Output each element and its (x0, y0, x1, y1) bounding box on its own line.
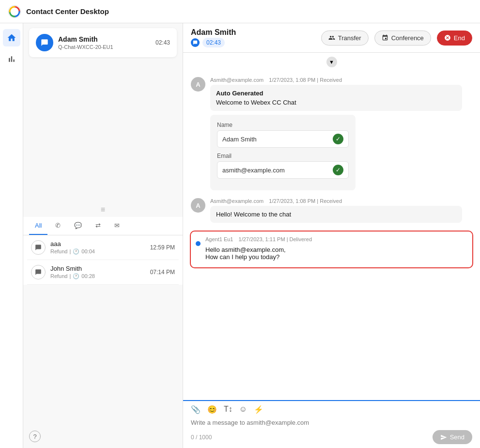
chat-input-bar: 📎 😊 T↕ ☺ ⚡ 0 / 1000 Send (183, 400, 480, 448)
tab-chat[interactable]: 💬 (68, 217, 88, 235)
help-icon[interactable]: ? (29, 431, 41, 442)
form-field-name: Name Adam Smith ✓ (217, 122, 349, 148)
message-input[interactable] (191, 417, 472, 428)
left-nav (0, 23, 23, 448)
drag-handle: ≡ (23, 202, 183, 217)
help-icon-wrap: ? (23, 425, 183, 448)
conference-label: Conference (391, 34, 424, 42)
message-avatar: A (191, 198, 205, 213)
tab-transfer[interactable]: ⇄ (90, 217, 107, 235)
format-icon[interactable]: T↕ (224, 405, 232, 414)
left-panel: Adam Smith Q-Chat-WXCC-20-EU1 02:43 ≡ Al… (23, 23, 183, 448)
chevron-down-icon[interactable]: ▼ (326, 57, 337, 67)
list-item-icon (31, 265, 46, 279)
list-item-meta: Refund | 🕐 00:04 (50, 248, 145, 255)
message-avatar: A (191, 77, 205, 92)
chat-timer: 02:43 (202, 38, 225, 47)
contact-queue: Q-Chat-WXCC-20-EU1 (58, 44, 151, 50)
end-button[interactable]: End (437, 31, 472, 46)
list-item-name: John Smith (50, 265, 145, 272)
message-meta: Agent1 Eu1 1/27/2023, 1:11 PM | Delivere… (205, 236, 467, 242)
chat-messages: A Asmith@example.com 1/27/2023, 1:08 PM … (183, 69, 480, 400)
form-field-email: Email asmith@example.com ✓ (217, 153, 349, 179)
topbar: Contact Center Desktop (0, 0, 480, 23)
tab-all[interactable]: All (29, 217, 47, 235)
agent-dot-icon (196, 241, 201, 246)
message-form: Name Adam Smith ✓ Email asmith@example.c… (210, 115, 356, 190)
agent-message-row: Agent1 Eu1 1/27/2023, 1:11 PM | Delivere… (190, 231, 473, 268)
attach-icon[interactable]: 📎 (191, 405, 201, 414)
char-count: 0 / 1000 (191, 434, 212, 441)
message-bubble: Auto Generated Welcome to Webex CC Chat (210, 85, 462, 111)
list-item-time: 12:59 PM (150, 244, 175, 251)
chat-icon-badge (191, 38, 200, 47)
tab-all-label: All (35, 222, 42, 229)
nav-analytics[interactable] (3, 50, 20, 68)
end-label: End (454, 34, 465, 42)
contact-card-time: 02:43 (155, 39, 170, 46)
nav-home[interactable] (3, 29, 20, 46)
contact-avatar (36, 34, 53, 51)
collapse-section[interactable]: ▼ (183, 57, 480, 67)
message-meta: Asmith@example.com 1/27/2023, 1:08 PM | … (210, 77, 472, 83)
list-item[interactable]: aaa Refund | 🕐 00:04 12:59 PM (27, 235, 179, 260)
chat-header: Adam Smith 02:43 Transfer Conference (183, 23, 480, 53)
tab-email-icon: ✉ (114, 222, 120, 229)
send-label: Send (450, 433, 465, 441)
transfer-button[interactable]: Transfer (321, 31, 369, 46)
list-item-info: John Smith Refund | 🕐 00:28 (50, 265, 145, 279)
message-content: Asmith@example.com 1/27/2023, 1:08 PM | … (210, 77, 472, 190)
message-row: A Asmith@example.com 1/27/2023, 1:08 PM … (191, 77, 472, 190)
clock-icon: 🕐 (73, 273, 79, 279)
contact-info: Adam Smith Q-Chat-WXCC-20-EU1 (58, 35, 151, 50)
message-row: A Asmith@example.com 1/27/2023, 1:08 PM … (191, 198, 472, 223)
chat-panel: Adam Smith 02:43 Transfer Conference (183, 23, 480, 448)
conference-button[interactable]: Conference (374, 31, 431, 46)
list-item-meta: Refund | 🕐 00:28 (50, 273, 145, 279)
tabs-bar: All ✆ 💬 ⇄ ✉ (23, 217, 183, 235)
quick-reply-icon[interactable]: ⚡ (254, 405, 263, 414)
contact-list: aaa Refund | 🕐 00:04 12:59 PM John Smith (23, 235, 183, 285)
list-item[interactable]: John Smith Refund | 🕐 00:28 07:14 PM (27, 260, 179, 285)
clock-icon: 🕐 (73, 248, 79, 255)
send-button[interactable]: Send (433, 430, 472, 444)
message-bubble: Hello! Welcome to the chat (210, 206, 462, 223)
message-bubble: Hello asmith@example.com, How can I help… (205, 244, 457, 263)
tab-transfer-icon: ⇄ (95, 222, 101, 229)
list-item-info: aaa Refund | 🕐 00:04 (50, 240, 145, 255)
message-content: Asmith@example.com 1/27/2023, 1:08 PM | … (210, 198, 472, 223)
tab-chat-icon: 💬 (74, 222, 82, 229)
tab-phone[interactable]: ✆ (49, 217, 66, 235)
list-item-name: aaa (50, 240, 145, 247)
chat-toolbar: 📎 😊 T↕ ☺ ⚡ (191, 405, 472, 414)
emoji-icon[interactable]: 😊 (207, 405, 217, 414)
tab-phone-icon: ✆ (55, 222, 61, 229)
list-item-icon (31, 240, 46, 255)
tab-email[interactable]: ✉ (108, 217, 125, 235)
message-meta: Asmith@example.com 1/27/2023, 1:08 PM | … (210, 198, 472, 204)
chat-contact-name: Adam Smith (191, 28, 315, 37)
contact-name: Adam Smith (58, 35, 151, 43)
message-content: Agent1 Eu1 1/27/2023, 1:11 PM | Delivere… (205, 236, 467, 263)
list-item-time: 07:14 PM (150, 269, 175, 276)
smile-icon[interactable]: ☺ (239, 405, 247, 414)
active-contact-card[interactable]: Adam Smith Q-Chat-WXCC-20-EU1 02:43 (29, 28, 177, 57)
app-logo (8, 5, 21, 18)
check-icon: ✓ (333, 134, 343, 144)
app-title: Contact Center Desktop (26, 7, 109, 15)
transfer-label: Transfer (338, 34, 361, 42)
check-icon: ✓ (333, 165, 343, 175)
